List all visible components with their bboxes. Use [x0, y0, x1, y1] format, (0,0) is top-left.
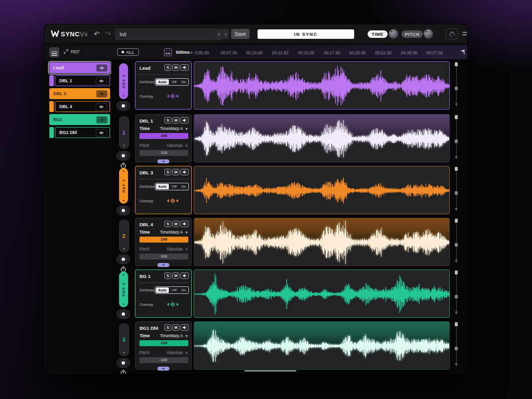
waves-menu-icon[interactable] — [462, 31, 468, 36]
time-amount-slider[interactable]: 100 — [139, 133, 188, 139]
waveform-lane[interactable] — [194, 166, 450, 214]
marker-flag-icon[interactable] — [459, 49, 465, 55]
lane-zoom-slider[interactable] — [454, 115, 459, 161]
pitch-amount-slider[interactable]: 100 — [139, 254, 188, 260]
horizontal-scrollbar[interactable] — [194, 370, 450, 372]
dub-group-handle[interactable]: 2 — [119, 220, 129, 253]
save-button[interactable]: Save — [231, 29, 250, 39]
sidebar-item-dbl3[interactable]: DBL 3 — [49, 88, 110, 99]
overlay-waveform-icon[interactable] — [166, 198, 179, 204]
speaker-button[interactable] — [180, 169, 189, 175]
speaker-button[interactable] — [180, 272, 189, 279]
pitch-amount-knob[interactable] — [424, 29, 433, 38]
record-arm-button[interactable] — [117, 151, 130, 160]
waveform-lane[interactable] — [194, 321, 450, 370]
solo-button[interactable]: S — [164, 117, 171, 124]
sidebar-item-dbl1[interactable]: DBL 1 — [55, 75, 110, 86]
sidebar-item-bg1[interactable]: BG1 — [49, 114, 110, 125]
denoise-off-option[interactable]: Off — [169, 183, 179, 190]
denoise-off-option[interactable]: Off — [169, 287, 179, 293]
eye-icon[interactable] — [96, 90, 108, 98]
pitch-amount-slider[interactable]: 100 — [139, 150, 188, 156]
lane-zoom-slider[interactable] — [454, 167, 459, 213]
previous-preset-button[interactable] — [216, 29, 222, 39]
mute-button[interactable]: M — [172, 272, 179, 279]
dub-group-handle[interactable]: 1 — [119, 116, 129, 149]
waveform-lane[interactable] — [194, 61, 450, 110]
eye-icon[interactable] — [96, 64, 108, 72]
solo-button[interactable]: S — [164, 324, 171, 331]
sync-status-button[interactable]: IN SYNC — [258, 29, 354, 39]
eye-icon[interactable] — [96, 129, 107, 136]
sidebar-item-dbl4[interactable]: DBL 4 — [55, 101, 110, 112]
pitch-amount-slider[interactable]: 100 — [139, 357, 188, 363]
ref-group-handle[interactable]: REF 1 — [119, 63, 128, 99]
solo-button[interactable]: S — [164, 64, 171, 71]
denoise-off-option[interactable]: Off — [169, 79, 179, 85]
pitch-mode-row[interactable]: PitchAbsolute▼ — [139, 350, 188, 355]
mute-button[interactable]: M — [172, 169, 179, 175]
next-preset-button[interactable] — [222, 29, 229, 39]
all-tracks-toggle[interactable]: ALL — [117, 48, 139, 56]
track-list-icon[interactable] — [49, 47, 59, 57]
record-arm-button[interactable] — [117, 358, 130, 368]
mute-button[interactable]: M — [172, 64, 179, 71]
time-mode-toggle[interactable]: TIME — [368, 30, 388, 38]
solo-button[interactable]: S — [164, 272, 171, 279]
denoise-on-option[interactable]: On — [179, 79, 188, 85]
dub-group-handle[interactable]: 3 — [119, 323, 129, 356]
denoise-auto-option[interactable]: Auto — [156, 184, 169, 189]
pitch-mode-toggle[interactable]: PITCH — [401, 30, 423, 38]
lane-zoom-slider[interactable] — [454, 270, 459, 317]
expand-panel-pill[interactable] — [157, 159, 169, 163]
bypass-power-button[interactable] — [446, 28, 458, 39]
solo-button[interactable]: S — [164, 221, 171, 227]
mute-button[interactable]: M — [172, 324, 179, 331]
pitch-mode-row[interactable]: PitchAbsolute▼ — [139, 247, 188, 252]
scrollbar-handle[interactable] — [245, 370, 296, 372]
denoise-auto-option[interactable]: Auto — [156, 287, 169, 293]
time-mode-row[interactable]: TimeTimeWarp A▼ — [139, 126, 188, 131]
lane-zoom-slider[interactable] — [454, 219, 459, 265]
overlay-waveform-icon[interactable] — [166, 93, 179, 99]
time-mode-row[interactable]: TimeTimeWarp A▼ — [139, 230, 188, 235]
eye-icon[interactable] — [96, 77, 107, 85]
eye-icon[interactable] — [96, 103, 107, 111]
time-amount-slider[interactable]: 100 — [139, 340, 188, 346]
lane-zoom-slider[interactable] — [454, 322, 459, 369]
speaker-button[interactable] — [180, 324, 189, 331]
expand-panel-pill[interactable] — [157, 367, 169, 371]
redo-icon[interactable]: ↷ — [103, 29, 113, 39]
sidebar-item-lead[interactable]: Lead — [49, 62, 110, 73]
speaker-button[interactable] — [180, 221, 189, 227]
denoise-on-option[interactable]: On — [179, 287, 188, 293]
grid-snap-icon[interactable] — [164, 48, 172, 56]
record-arm-button[interactable] — [117, 206, 130, 215]
sidebar-item-bg1dbl[interactable]: BG1 Dbl — [55, 127, 110, 138]
lane-zoom-slider[interactable] — [454, 62, 459, 109]
ref-group-handle[interactable]: REF 2 — [119, 168, 128, 204]
denoise-on-option[interactable]: On — [179, 183, 188, 190]
mute-button[interactable]: M — [172, 221, 179, 227]
grid-resolution-select[interactable]: 500ms — [176, 50, 193, 55]
waveform-lane[interactable] — [194, 218, 450, 266]
record-arm-button[interactable] — [117, 309, 130, 319]
time-amount-knob[interactable] — [389, 29, 398, 38]
overlay-waveform-icon[interactable] — [166, 301, 179, 307]
ref-group-handle[interactable]: REF 3 — [119, 271, 128, 307]
undo-icon[interactable]: ↶ — [92, 29, 102, 39]
record-arm-button[interactable] — [117, 101, 130, 111]
speaker-button[interactable] — [180, 64, 189, 71]
waveform-lane[interactable] — [194, 114, 450, 162]
record-arm-button[interactable] — [117, 255, 130, 264]
denoise-auto-option[interactable]: Auto — [156, 79, 169, 85]
speaker-button[interactable] — [180, 117, 189, 124]
mute-button[interactable]: M — [172, 117, 179, 124]
time-amount-slider[interactable]: 100 — [139, 237, 188, 243]
clock-icon[interactable] — [120, 370, 127, 374]
time-mode-row[interactable]: TimeTimeWarp A▼ — [139, 333, 188, 338]
preset-name-input[interactable] — [115, 29, 222, 40]
eye-icon[interactable] — [96, 116, 108, 124]
ref-follow-control[interactable]: REF — [63, 49, 80, 54]
pitch-mode-row[interactable]: PitchAbsolute▼ — [139, 143, 188, 148]
